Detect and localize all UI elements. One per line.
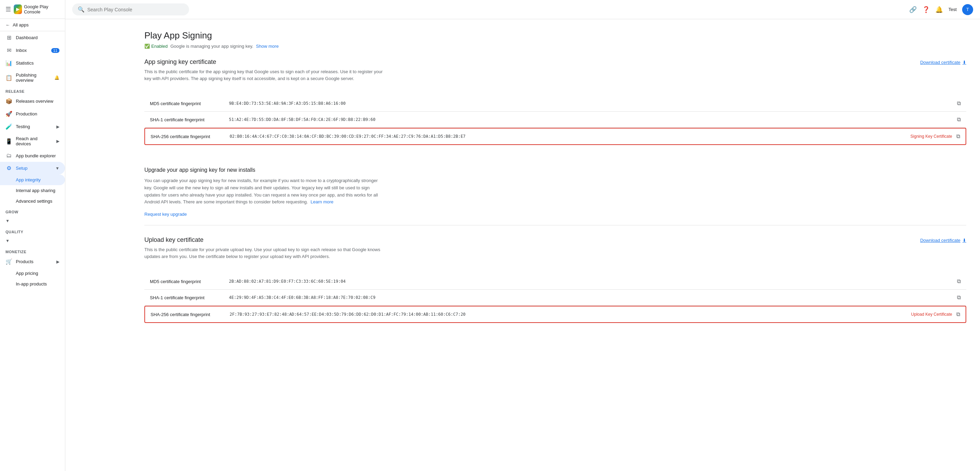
sidebar-item-app-bundle-explorer[interactable]: 🗂 App bundle explorer — [0, 149, 65, 162]
sidebar-item-label: Publishing overview — [16, 73, 51, 83]
sidebar-item-reach-and-devices[interactable]: 📱 Reach and devices ▶ — [0, 133, 65, 149]
setup-icon: ⚙ — [5, 165, 13, 171]
download-cert-button[interactable]: Download certificate ⬇ — [920, 60, 966, 65]
copy-icon[interactable]: ⧉ — [956, 311, 960, 317]
check-icon: ✅ — [144, 44, 150, 49]
sidebar-item-label: Products — [16, 259, 33, 264]
sidebar-item-production[interactable]: 🚀 Production — [0, 108, 65, 120]
app-pricing-label: App pricing — [16, 271, 38, 276]
upload-key-desc: This is the public certificate for your … — [144, 246, 385, 260]
search-input[interactable] — [87, 7, 183, 13]
sidebar-item-inbox[interactable]: ✉ Inbox 11 — [0, 44, 65, 57]
download-upload-icon: ⬇ — [963, 238, 966, 243]
cert-actions: ⧉ — [957, 278, 961, 284]
cert-label: SHA-256 certificate fingerprint — [151, 312, 230, 317]
download-upload-cert-button[interactable]: Download certificate ⬇ — [920, 238, 966, 243]
sidebar-item-label: Dashboard — [16, 35, 38, 40]
sidebar-item-products[interactable]: 🛒 Products ▶ — [0, 255, 65, 268]
sidebar-item-setup[interactable]: ⚙ Setup ▼ — [0, 162, 65, 174]
cert-actions: ⧉ — [957, 116, 961, 123]
cert-label: SHA-256 certificate fingerprint — [151, 134, 230, 139]
sidebar-item-grow[interactable]: ▼ — [0, 216, 65, 227]
sidebar-sub-app-integrity[interactable]: App integrity — [0, 174, 65, 185]
inbox-badge: 11 — [51, 48, 59, 53]
app-logo: ▶ Google Play Console — [14, 4, 59, 14]
cert-label: MD5 certificate fingerprint — [150, 101, 229, 106]
sidebar-sub-in-app-products[interactable]: In-app products — [0, 279, 65, 289]
cert-value: 2B:AD:88:02:A7:81:D9:E0:F7:C3:33:6C:60:5… — [229, 279, 953, 284]
testing-icon: 🧪 — [5, 123, 13, 130]
sidebar-item-statistics[interactable]: 📊 Statistics — [0, 57, 65, 70]
sidebar-item-releases-overview[interactable]: 📦 Releases overview — [0, 95, 65, 108]
topbar-actions: 🔗 ❓ 🔔 Test T — [909, 4, 973, 15]
statistics-icon: 📊 — [5, 60, 13, 66]
copy-icon[interactable]: ⧉ — [957, 278, 961, 284]
account-label[interactable]: Test — [948, 7, 957, 12]
back-arrow-icon: ← — [5, 22, 10, 27]
request-key-upgrade-button[interactable]: Request key upgrade — [144, 212, 187, 217]
app-signing-desc: This is the public certificate for the a… — [144, 68, 385, 82]
copy-icon[interactable]: ⧉ — [957, 294, 961, 301]
show-more-link[interactable]: Show more — [256, 44, 279, 49]
production-icon: 🚀 — [5, 111, 13, 117]
sidebar-sub-app-pricing[interactable]: App pricing — [0, 268, 65, 279]
sidebar-sub-internal-app-sharing[interactable]: Internal app sharing — [0, 185, 65, 196]
sidebar-item-testing[interactable]: 🧪 Testing ▶ — [0, 120, 65, 133]
reach-collapse-icon: ▶ — [56, 139, 59, 144]
hamburger-icon[interactable]: ☰ — [5, 5, 11, 13]
testing-collapse-icon: ▶ — [56, 124, 59, 129]
link-icon[interactable]: 🔗 — [909, 6, 917, 13]
grow-section-label: Grow — [0, 206, 65, 216]
sidebar-item-label: Setup — [16, 166, 27, 171]
copy-icon[interactable]: ⧉ — [956, 133, 960, 140]
search-icon: 🔍 — [78, 6, 84, 13]
learn-more-link[interactable]: Learn more — [311, 199, 333, 205]
all-apps-label: All apps — [13, 22, 29, 27]
sidebar-item-dashboard[interactable]: ⊞ Dashboard — [0, 31, 65, 44]
enabled-badge: ✅ Enabled — [144, 44, 168, 49]
notifications-icon[interactable]: 🔔 — [935, 6, 943, 13]
app-name: Google Play Console — [24, 4, 59, 14]
main-content: Play App Signing ✅ Enabled Google is man… — [130, 19, 980, 471]
cert-row-sha256-signing: SHA-256 certificate fingerprint 02:B0:16… — [144, 128, 966, 145]
sidebar-nav: ⊞ Dashboard ✉ Inbox 11 📊 Statistics 📋 Pu… — [0, 31, 65, 471]
sidebar-sub-advanced-settings[interactable]: Advanced settings — [0, 196, 65, 206]
upload-key-tag: Upload Key Certificate — [911, 312, 952, 317]
advanced-settings-label: Advanced settings — [16, 198, 52, 204]
grow-collapse-icon: ▼ — [5, 219, 10, 223]
cert-row-sha1-signing: SHA-1 certificate fingerprint 51:A2:4E:7… — [144, 112, 966, 128]
upgrade-section: Upgrade your app signing key for new ins… — [144, 159, 966, 225]
help-icon[interactable]: ❓ — [922, 6, 930, 13]
sidebar-item-publishing-overview[interactable]: 📋 Publishing overview 🔔 — [0, 70, 65, 86]
sidebar-item-label: Statistics — [16, 60, 34, 66]
sidebar-item-label: Production — [16, 111, 37, 116]
cert-value: 51:A2:4E:7D:55:DD:DA:8F:5B:DF:5A:F0:CA:2… — [229, 117, 953, 122]
release-section-label: Release — [0, 86, 65, 95]
sidebar-item-quality[interactable]: ▼ — [0, 235, 65, 246]
bundle-icon: 🗂 — [5, 152, 13, 159]
copy-icon[interactable]: ⧉ — [957, 116, 961, 123]
quality-section-label: Quality — [0, 227, 65, 235]
reach-icon: 📱 — [5, 138, 13, 144]
all-apps-button[interactable]: ← All apps — [0, 19, 65, 31]
download-upload-cert-label: Download certificate — [920, 238, 960, 243]
sidebar-item-label: Reach and devices — [16, 136, 53, 146]
quality-collapse-icon: ▼ — [5, 238, 10, 243]
cert-value: 02:B0:16:4A:C4:67:CF:C0:38:14:0A:CF:BD:B… — [230, 134, 907, 139]
app-integrity-label: App integrity — [16, 177, 41, 182]
cert-actions: Signing Key Certificate ⧉ — [910, 133, 960, 140]
cert-actions: ⧉ — [957, 100, 961, 106]
user-avatar[interactable]: T — [962, 4, 973, 15]
inbox-icon: ✉ — [5, 47, 13, 54]
search-box[interactable]: 🔍 — [72, 3, 189, 16]
page-subtitle: ✅ Enabled Google is managing your app si… — [144, 44, 966, 49]
section-header: App signing key certificate This is the … — [144, 59, 966, 89]
cert-label: SHA-1 certificate fingerprint — [150, 117, 229, 122]
upgrade-desc: You can upgrade your app signing key for… — [144, 177, 385, 206]
cert-row-md5-signing: MD5 certificate fingerprint 9B:E4:DD:73:… — [144, 95, 966, 112]
copy-icon[interactable]: ⧉ — [957, 100, 961, 106]
cert-actions: Upload Key Certificate ⧉ — [911, 311, 960, 317]
setup-collapse-icon: ▼ — [55, 166, 59, 171]
monetize-section-label: Monetize — [0, 246, 65, 255]
upgrade-title: Upgrade your app signing key for new ins… — [144, 167, 966, 173]
